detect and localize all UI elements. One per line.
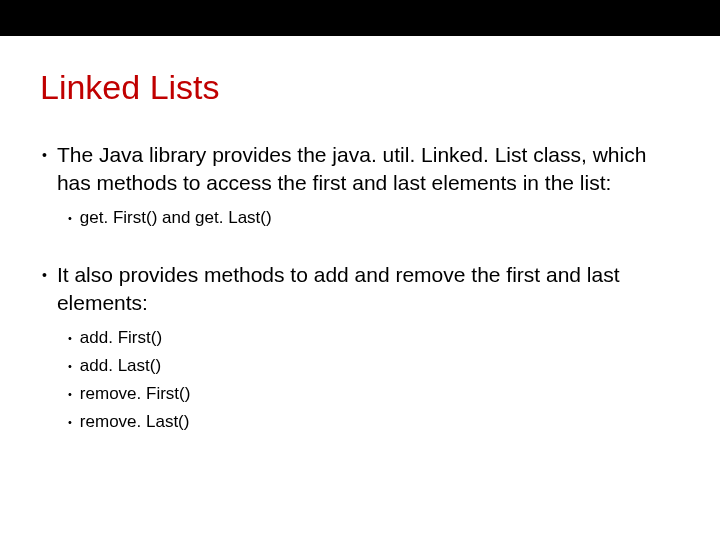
- bullet-level1: • The Java library provides the java. ut…: [40, 141, 680, 197]
- bullet-level2: • add. First(): [68, 327, 680, 349]
- bullet-text: remove. Last(): [80, 411, 190, 433]
- bullet-text: add. Last(): [80, 355, 161, 377]
- bullet-level2: • remove. First(): [68, 383, 680, 405]
- bullet-text: get. First() and get. Last(): [80, 207, 272, 229]
- bullet-text: It also provides methods to add and remo…: [57, 261, 680, 317]
- bullet-dot: •: [68, 355, 72, 377]
- bullet-level2: • add. Last(): [68, 355, 680, 377]
- bullet-text: The Java library provides the java. util…: [57, 141, 680, 197]
- slide-content: Linked Lists • The Java library provides…: [0, 36, 720, 433]
- bullet-dot: •: [42, 141, 47, 197]
- bullet-text: remove. First(): [80, 383, 191, 405]
- bullet-dot: •: [68, 327, 72, 349]
- bullet-dot: •: [68, 411, 72, 433]
- bullet-level2: • get. First() and get. Last(): [68, 207, 680, 229]
- bullet-dot: •: [42, 261, 47, 317]
- slide-title: Linked Lists: [40, 68, 680, 107]
- bullet-dot: •: [68, 207, 72, 229]
- bullet-level1: • It also provides methods to add and re…: [40, 261, 680, 317]
- bullet-text: add. First(): [80, 327, 162, 349]
- bullet-dot: •: [68, 383, 72, 405]
- bullet-level2: • remove. Last(): [68, 411, 680, 433]
- top-bar: [0, 0, 720, 36]
